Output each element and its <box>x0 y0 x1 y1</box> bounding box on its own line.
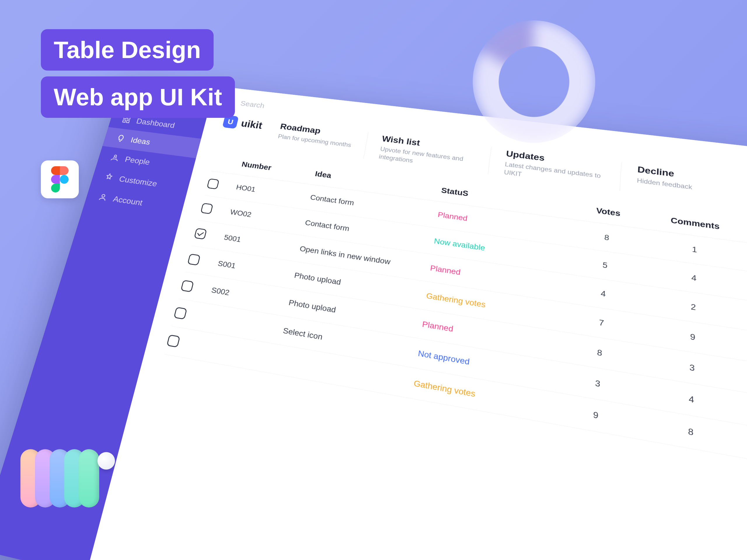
ideas-icon <box>115 133 127 143</box>
cell-comments: 8 <box>646 419 736 445</box>
row-checkbox[interactable] <box>207 178 220 189</box>
cell-votes: 9 <box>553 402 640 428</box>
col-comments[interactable]: Comments <box>654 213 737 233</box>
row-checkbox[interactable] <box>174 307 187 320</box>
cell-number <box>205 317 277 329</box>
hero-line-1: Table Design <box>41 29 213 71</box>
cell-votes: 8 <box>558 341 642 365</box>
figma-logo-icon <box>51 166 69 192</box>
col-votes[interactable]: Votes <box>569 203 648 222</box>
cell-comments: 9 <box>650 325 737 349</box>
cell-number: S001 <box>217 259 290 278</box>
donut-chart-decoration <box>473 20 595 143</box>
cell-number: WO02 <box>229 208 301 226</box>
cell-votes: 5 <box>565 255 646 276</box>
cell-votes: 8 <box>567 228 647 247</box>
sidebar-item-label: Account <box>112 194 144 207</box>
sidebar-item-label: Customize <box>118 175 158 188</box>
figma-logo-tile <box>41 160 79 198</box>
cell-comments: 3 <box>648 356 736 380</box>
cell-comments: 4 <box>652 267 737 289</box>
cell-number: HO01 <box>235 183 306 201</box>
cell-number <box>198 345 272 358</box>
account-icon <box>97 192 109 203</box>
cell-votes: 3 <box>555 372 641 396</box>
cell-number: 5001 <box>223 233 295 252</box>
cell-comments: 4 <box>647 387 736 412</box>
cell-votes: 4 <box>562 283 645 304</box>
cell-number: S002 <box>210 286 284 306</box>
row-checkbox[interactable] <box>194 228 207 239</box>
row-checkbox[interactable] <box>201 203 213 214</box>
cell-votes: 7 <box>560 312 644 334</box>
sidebar-item-label: People <box>124 155 151 167</box>
row-checkbox[interactable] <box>187 254 201 265</box>
row-checkbox[interactable] <box>166 335 180 348</box>
sidebar-item-label: Ideas <box>130 136 151 146</box>
spring-decoration <box>26 449 115 507</box>
hero-banners: Table Design Web app UI Kit <box>41 29 235 124</box>
content-logo-label: uikit <box>240 118 263 131</box>
cell-comments: 2 <box>651 296 737 318</box>
hero-line-2: Web app UI Kit <box>41 76 235 118</box>
customize-icon <box>103 172 115 183</box>
people-icon <box>109 153 121 163</box>
col-number[interactable]: Number <box>241 160 311 177</box>
search-placeholder: Search <box>239 100 265 110</box>
cell-comments: 1 <box>653 239 736 260</box>
row-checkbox[interactable] <box>181 280 194 292</box>
